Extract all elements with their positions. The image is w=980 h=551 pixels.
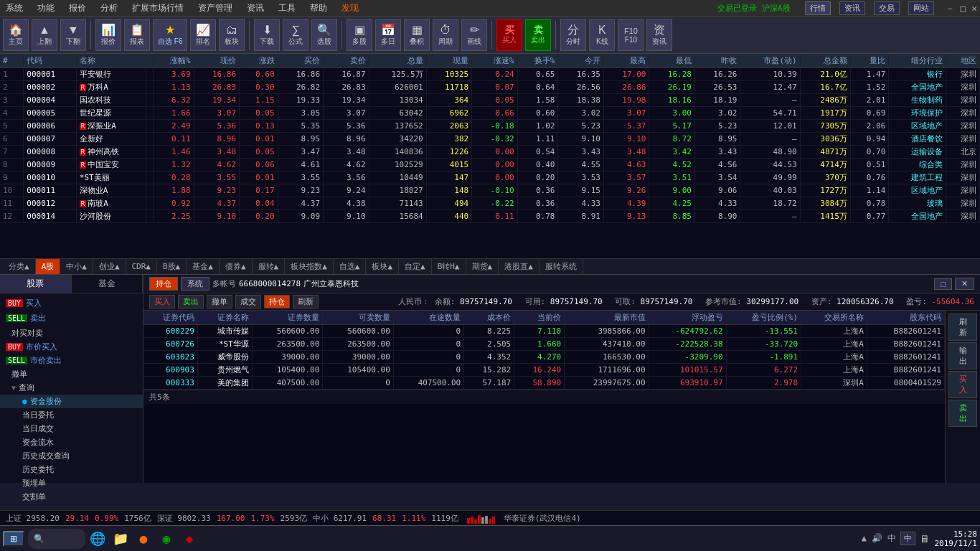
table-row[interactable]: 4000005世纪星源1.663.070.053.053.07630426962… [0,107,980,120]
menu-today-trades[interactable]: 当日成交 [0,422,143,435]
taskbar-explorer[interactable]: 📁 [110,529,131,549]
btn-close-portfolio[interactable]: ✕ [955,278,974,290]
table-row[interactable]: 2000002R万科A1.1326.830.3026.8226.83626001… [0,81,980,94]
btn-multiday[interactable]: 📅多日 [375,19,401,51]
menu-match-trade[interactable]: 对买对卖 [0,326,143,340]
holdings-row[interactable]: 600229城市传媒560600.00560600.0008.2257.1103… [143,325,945,338]
holdings-row[interactable]: 603023威帝股份39000.0039000.0004.3524.270166… [143,351,945,364]
menu-pre-order[interactable]: 预埋单 [0,476,143,490]
menu-delivery[interactable]: 交割单 [0,490,143,504]
btn-sell-toolbar[interactable]: 卖卖出 [525,19,551,51]
btn-home[interactable]: 🏠主页 [3,19,29,51]
menu-history-trades[interactable]: 历史成交查询 [0,449,143,463]
menu-analysis[interactable]: 分析 [98,1,121,15]
tab-cdr[interactable]: CDR▲ [126,260,158,273]
taskbar-app1[interactable]: ◉ [156,529,177,549]
menu-assets[interactable]: 资产管理 [195,1,235,15]
tab-news[interactable]: 资讯 [839,1,865,15]
menu-history-orders[interactable]: 历史委托 [0,463,143,476]
tab-stocks[interactable]: 股票 [0,275,72,293]
btn-max-portfolio[interactable]: □ [934,278,952,290]
btn-refresh-right[interactable]: 刷新 [948,314,977,341]
table-row[interactable]: 1000001平安银行3.6916.860.6016.8616.87125.5万… [0,68,980,81]
tab-sector-index[interactable]: 板块指数▲ [285,259,334,274]
tab-transfer-system[interactable]: 服转系统 [540,259,583,274]
table-row[interactable]: 7000008R神州高铁1.463.480.053.473.4814083612… [0,146,980,159]
btn-down[interactable]: ▼下翻 [60,19,86,51]
menu-func[interactable]: 功能 [34,1,57,15]
table-row[interactable]: 6000007全新好0.118.960.018.958.9634220382-0… [0,133,980,146]
market-sell-label[interactable]: 市价卖出 [30,355,62,366]
btn-rank[interactable]: 📈排名 [190,19,216,51]
btn-period[interactable]: ⏱周期 [433,19,458,51]
taskbar-search[interactable]: 🔍 [28,529,85,549]
tab-futures[interactable]: 期货▲ [466,259,499,274]
tab-category[interactable]: 分类▲ [3,259,36,274]
menu-news[interactable]: 资讯 [244,1,267,15]
btn-formula[interactable]: ∑公式 [283,19,308,51]
btn-timeshare[interactable]: 分分时 [560,19,586,51]
btn-sys[interactable]: 系统 [181,277,209,291]
btn-up[interactable]: ▲上翻 [32,19,57,51]
holdings-row[interactable]: 000333美的集团407500.000407500.0057.18758.89… [143,377,945,390]
market-buy-label[interactable]: 市价买入 [26,342,57,352]
table-row[interactable]: 12000014沙河股份2.259.100.209.099.1015684440… [0,210,980,223]
tab-hk-direct[interactable]: 港股直▲ [499,259,540,274]
tab-sector[interactable]: 板块▲ [366,259,399,274]
btn-watchlist[interactable]: ★自选 F6 [153,19,187,51]
tab-watchlist[interactable]: 自选▲ [334,259,367,274]
tab-funds-left[interactable]: 基金 [72,275,143,293]
btn-holdings-action[interactable]: 持仓 [264,295,290,309]
btn-select[interactable]: 🔍选股 [311,19,337,51]
table-row[interactable]: 9000010*ST美丽0.283.550.013.553.5610449147… [0,171,980,184]
btn-f10[interactable]: F10F10 [618,19,644,51]
taskbar-browser[interactable]: ● [133,529,154,549]
menu-discover[interactable]: 发现 [339,1,362,15]
tab-convert[interactable]: 服转▲ [253,259,286,274]
btn-download[interactable]: ⬇下载 [254,19,280,51]
tab-custom[interactable]: 自定▲ [399,259,432,274]
menu-cancel[interactable]: 撤单 [0,367,143,381]
btn-sector[interactable]: 🗂板块 [219,19,245,51]
menu-cash-flow[interactable]: 资金流水 [0,435,143,449]
sell-label[interactable]: 卖出 [30,313,46,324]
tab-startup[interactable]: 创业▲ [93,259,126,274]
menu-tools[interactable]: 工具 [275,1,298,15]
tab-b-shares[interactable]: B股▲ [157,259,187,274]
tab-market[interactable]: 行情 [805,1,831,15]
table-row[interactable]: 3000004国农科技6.3219.341.1519.3319.34130343… [0,94,980,107]
btn-sell-action[interactable]: 卖出 [178,295,204,309]
btn-stack[interactable]: ▦叠积 [404,19,430,51]
btn-portfolio-active[interactable]: 持仓 [149,277,178,291]
btn-refresh-action[interactable]: 刷新 [293,295,319,309]
tab-website[interactable]: 网站 [908,1,934,15]
menu-capital[interactable]: ● 资金股份 [0,395,143,408]
tab-mid-small[interactable]: 中小▲ [60,259,93,274]
query-label[interactable]: 查询 [19,382,34,393]
btn-buy-action[interactable]: 买入 [149,295,175,309]
btn-kline[interactable]: KK线 [589,19,615,51]
menu-today-orders[interactable]: 当日委托 [0,408,143,422]
btn-buy-right[interactable]: 买入 [948,371,977,398]
btn-multistock[interactable]: ▣多股 [347,19,372,51]
btn-info[interactable]: 资资讯 [646,19,672,51]
buy-label[interactable]: 买入 [26,298,42,309]
tab-funds[interactable]: 基金▲ [187,259,220,274]
start-button[interactable]: ⊞ [3,531,24,547]
table-row[interactable]: 10000011深物业A1.889.230.179.239.2418827148… [0,184,980,197]
tab-trade[interactable]: 交易 [874,1,900,15]
holdings-row[interactable]: 600903贵州燃气105400.00105400.00015.28216.24… [143,364,945,377]
table-row[interactable]: 8000009R中国宝安1.324.620.064.614.6210252940… [0,159,980,171]
tab-bonds[interactable]: 债券▲ [220,259,253,274]
menu-quote[interactable]: 报价 [66,1,89,15]
menu-extend[interactable]: 扩展市场行情 [129,1,187,15]
btn-buy-toolbar[interactable]: 买买入 [496,19,522,51]
btn-cancel-action[interactable]: 撤单 [207,295,232,309]
btn-draw[interactable]: ✏画线 [461,19,487,51]
tab-b-to-h[interactable]: B转H▲ [432,259,466,274]
taskbar-ie[interactable]: 🌐 [87,529,108,549]
btn-export-right[interactable]: 输出 [948,342,977,369]
btn-sell-right[interactable]: 卖出 [948,400,977,427]
holdings-row[interactable]: 600726*ST华源263500.00263500.0002.5051.660… [143,338,945,351]
btn-quote[interactable]: 📊报价 [95,19,121,51]
